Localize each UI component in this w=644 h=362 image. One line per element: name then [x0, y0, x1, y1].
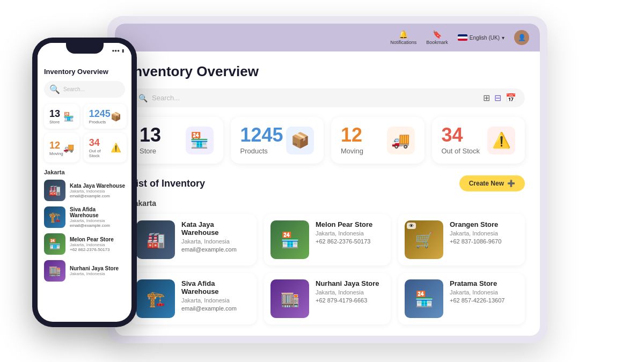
view-toggle-group: ⊞ ⊟ 📅 [483, 93, 516, 103]
phone-inv-item-1[interactable]: 🏗️ Siva Afida Warehouse Jakarta, Indones… [44, 206, 125, 228]
inv-loc-3: Jakarta, Indonesia [181, 297, 250, 304]
search-bar: 🔍 Search... ⊞ ⊟ 📅 [130, 88, 525, 107]
calendar-view-icon[interactable]: 📅 [506, 93, 516, 103]
warehouse-icon: 🏪 [190, 131, 209, 149]
tablet: 🔔 Notifications 🔖 Bookmark English (UK) … [107, 16, 547, 343]
stat-label-moving: Moving [341, 147, 363, 155]
phone-inv-info-1: Siva Afida Warehouse Jakarta, Indonesia … [70, 206, 125, 228]
products-icon: 📦 [291, 131, 310, 149]
inv-loc-5: Jakarta, Indonesia [450, 289, 518, 295]
list-view-icon[interactable]: ⊟ [494, 93, 501, 103]
phone-inv-img-3: 🏬 [44, 260, 65, 282]
stat-card-products: 1245 Products 📦 [231, 117, 324, 164]
inv-contact-1: +62 862-2376-50173 [316, 238, 384, 245]
grid-view-icon[interactable]: ⊞ [483, 93, 490, 103]
scene: 🔔 Notifications 🔖 Bookmark English (UK) … [0, 0, 644, 362]
inv-loc-1: Jakarta, Indonesia [316, 230, 384, 237]
plus-icon: ➕ [507, 180, 515, 187]
inv-img-0: 🏭 [136, 220, 175, 259]
store4-thumbnail: 🏬 [270, 279, 309, 318]
phone-page-title: Inventory Overview [44, 68, 125, 76]
phone-inv-item-2[interactable]: 🏪 Melon Pear Store Jakarta, Indonesia +6… [44, 233, 125, 255]
phone-stat-label-moving: Moving [49, 151, 63, 156]
phone-stat-label-products: Products [89, 120, 111, 124]
stat-card-store: 13 Store 🏪 [130, 117, 223, 164]
stats-row: 13 Store 🏪 1245 Products 📦 [130, 117, 525, 164]
phone-warehouse-icon: 🏪 [63, 112, 74, 122]
store5-thumbnail: 🏪 [405, 279, 443, 318]
chevron-down-icon: ▾ [502, 35, 504, 41]
list-header: List of Inventory Create New ➕ [130, 175, 525, 191]
stat-card-outstock: 34 Out of Stock ⚠️ [432, 117, 525, 164]
uk-flag-icon [458, 34, 467, 41]
inv-name-5: Pratama Store [450, 279, 518, 287]
inv-name-1: Melon Pear Store [316, 220, 384, 228]
inv-contact-5: +62 857-4226-13607 [450, 297, 518, 304]
inv-card-3[interactable]: 🏗️ Siva Afida Warehouse Jakarta, Indones… [130, 273, 257, 324]
language-label: English (UK) [470, 35, 500, 41]
inv-name-0: Kata Jaya Warehouse [181, 220, 250, 237]
phone-stat-products: 1245 Products 📦 [84, 104, 127, 129]
phone-stat-label-outstock: Out of Stock [89, 149, 111, 158]
language-selector[interactable]: English (UK) ▾ [458, 34, 504, 41]
stat-number-moving: 12 [341, 125, 363, 145]
phone-stat-num-outstock: 34 [89, 137, 111, 149]
phone-inv-loc-1: Jakarta, Indonesia [70, 218, 125, 223]
inv-info-2: Orangen Store Jakarta, Indonesia +62 837… [450, 220, 518, 245]
phone-content: Inventory Overview 🔍 Search... 13 Store … [38, 62, 131, 322]
phone-stat-left-moving: 12 Moving [49, 140, 63, 156]
inv-card-5[interactable]: 🏪 Pratama Store Jakarta, Indonesia +62 8… [398, 273, 525, 324]
phone-stat-store: 13 Store 🏪 [44, 104, 79, 129]
list-title: List of Inventory [130, 178, 205, 189]
create-new-button[interactable]: Create New ➕ [459, 175, 525, 191]
inv-contact-2: +62 837-1086-9670 [450, 238, 518, 245]
phone-notch-area: ●●● ▮ [38, 43, 131, 62]
phone-inv-loc-0: Jakarta, Indonesia [70, 189, 125, 194]
phone-search-input[interactable]: Search... [63, 86, 85, 92]
inv-card-0[interactable]: 🏭 Kata Jaya Warehouse Jakarta, Indonesia… [130, 214, 257, 265]
eye-icon: 👁 [407, 223, 416, 229]
stat-card-moving: 12 Moving 🚚 [331, 117, 425, 164]
inv-contact-4: +62 879-4179-6663 [316, 297, 384, 304]
bookmark-btn[interactable]: 🔖 Bookmark [426, 30, 448, 45]
inv-img-2: 👁 🛒 [405, 220, 443, 259]
inv-loc-0: Jakarta, Indonesia [181, 238, 250, 245]
store-icon-wrap: 🏪 [186, 127, 214, 154]
search-input[interactable]: Search... [152, 94, 479, 102]
phone-screen: ●●● ▮ Inventory Overview 🔍 Search... 13 … [38, 43, 131, 322]
phone-stat-num-store: 13 [49, 108, 60, 120]
inv-img-4: 🏬 [270, 279, 309, 318]
stat-left-store: 13 Store [140, 125, 161, 155]
inv-loc-4: Jakarta, Indonesia [316, 289, 384, 295]
inv-card-2[interactable]: 👁 🛒 Orangen Store Jakarta, Indonesia +62… [398, 214, 525, 265]
phone-thumb-2: 🏪 [44, 233, 65, 255]
wifi-icon: ●●● [112, 48, 120, 53]
user-avatar[interactable]: 👤 [514, 30, 529, 45]
search-icon: 🔍 [138, 94, 148, 102]
inv-card-1[interactable]: 🏪 Melon Pear Store Jakarta, Indonesia +6… [264, 214, 391, 265]
phone-inv-item-0[interactable]: 🏭 Kata Jaya Warehouse Jakarta, Indonesia… [44, 180, 125, 201]
inv-info-0: Kata Jaya Warehouse Jakarta, Indonesia e… [181, 220, 250, 253]
phone-inv-item-3[interactable]: 🏬 Nurhani Jaya Store Jakarta, Indonesia [44, 260, 125, 282]
phone-inv-phone-2: +62 862-2376-50173 [70, 247, 114, 252]
notifications-btn[interactable]: 🔔 Notifications [390, 30, 416, 45]
phone-stat-label-store: Store [49, 120, 60, 124]
phone-products-icon: 📦 [111, 112, 121, 122]
phone-inv-name-0: Kata Jaya Warehouse [70, 183, 125, 189]
phone-inv-name-3: Nurhani Jaya Store [70, 265, 119, 271]
inv-name-3: Siva Afida Warehouse [181, 279, 250, 295]
truck-icon: 🚚 [391, 131, 410, 149]
phone-warning-icon: ⚠️ [111, 143, 121, 153]
inv-info-4: Nurhani Jaya Store Jakarta, Indonesia +6… [316, 279, 384, 304]
phone-inv-info-0: Kata Jaya Warehouse Jakarta, Indonesia e… [70, 183, 125, 198]
phone-search-bar[interactable]: 🔍 Search... [44, 81, 125, 98]
inventory-grid: 🏭 Kata Jaya Warehouse Jakarta, Indonesia… [130, 214, 525, 324]
phone-stat-left-products: 1245 Products [89, 108, 111, 124]
inv-img-3: 🏗️ [136, 279, 175, 318]
inv-card-4[interactable]: 🏬 Nurhani Jaya Store Jakarta, Indonesia … [264, 273, 391, 324]
phone-inv-name-1: Siva Afida Warehouse [70, 206, 125, 218]
bell-icon: 🔔 [399, 30, 408, 39]
warehouse-thumbnail: 🏭 [136, 220, 175, 259]
inv-contact-0: email@example.com [181, 246, 250, 253]
phone-stat-num-products: 1245 [89, 108, 111, 120]
